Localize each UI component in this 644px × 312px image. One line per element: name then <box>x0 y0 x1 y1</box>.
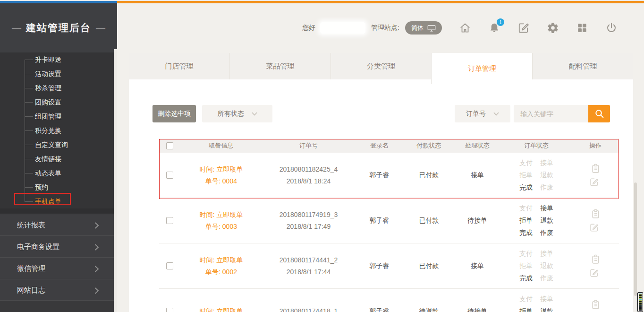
sidebar-subitem-8[interactable]: 动态表单 <box>0 166 117 180</box>
tab-bar: 门店管理菜品管理分类管理订单管理配料管理 <box>129 53 633 84</box>
app-title: 建站管理后台 <box>26 21 91 35</box>
monitor-icon <box>427 25 436 32</box>
table-head-cell: 操作 <box>572 141 619 150</box>
title-dash-left: — <box>12 23 21 34</box>
row-checkbox[interactable] <box>166 308 173 312</box>
search-button[interactable] <box>588 105 610 122</box>
action-refund[interactable]: 退款 <box>540 217 553 225</box>
tab-3[interactable]: 订单管理 <box>431 53 532 84</box>
action-complete[interactable]: 完成 <box>519 274 533 283</box>
login-name: 郭子睿 <box>355 262 404 270</box>
action-pay: 支付 <box>519 250 533 258</box>
sidebar-item-2[interactable]: 微信管理 <box>0 257 117 279</box>
mini-scrollbar-thumb[interactable] <box>637 292 643 312</box>
pay-status: 待退款 <box>404 307 454 312</box>
action-complete[interactable]: 完成 <box>519 183 533 192</box>
tab-0[interactable]: 门店管理 <box>129 53 229 79</box>
action-reject: 拒单 <box>519 171 533 180</box>
sidebar-subitem-2[interactable]: 秒杀管理 <box>0 81 117 95</box>
sidebar-subitem-0[interactable]: 升卡即送 <box>0 52 117 67</box>
sidebar-subitem-10[interactable]: 手机点单 <box>0 194 117 208</box>
compose-button[interactable] <box>517 22 530 34</box>
status-filter-select[interactable]: 所有状态 <box>202 105 272 122</box>
table-head-cell: 订单状态 <box>501 141 572 150</box>
row-checkbox[interactable] <box>166 262 173 269</box>
order-date: 2018/8/1 18:24 <box>287 175 330 187</box>
tab-1[interactable]: 菜品管理 <box>229 53 330 79</box>
title-dash-right: — <box>96 23 105 34</box>
notifications-button[interactable]: 1 <box>488 22 500 34</box>
status-filter-value: 所有状态 <box>218 110 244 118</box>
chevron-right-icon <box>94 266 99 272</box>
sidebar-subitem-9[interactable]: 预约 <box>0 180 117 194</box>
top-header: 您好 管理站点: 简体 1 <box>117 3 644 52</box>
apps-button[interactable] <box>576 22 588 34</box>
sidebar-subitem-3[interactable]: 团购设置 <box>0 95 117 109</box>
notification-badge: 1 <box>497 18 504 26</box>
sidebar-subitem-4[interactable]: 组团管理 <box>0 109 117 123</box>
copy-order-icon[interactable] <box>591 254 601 264</box>
pay-status: 已付款 <box>404 171 454 180</box>
home-button[interactable] <box>459 22 471 34</box>
order-number: 20180801174418_1 <box>280 305 338 312</box>
action-reject: 拒单 <box>519 262 533 270</box>
compose-icon <box>517 22 530 34</box>
keyword-input[interactable] <box>514 105 588 122</box>
sidebar-subitem-label: 动态表单 <box>35 169 61 177</box>
edit-order-icon[interactable] <box>589 268 599 277</box>
sidebar-subitem-7[interactable]: 友情链接 <box>0 152 117 166</box>
sidebar-scrollbar[interactable] <box>114 49 117 312</box>
edit-order-icon[interactable] <box>589 222 599 232</box>
copy-order-icon[interactable] <box>591 164 601 173</box>
select-all-checkbox[interactable] <box>166 142 173 149</box>
action-accept: 接单 <box>540 295 553 303</box>
manage-site-label: 管理站点: <box>371 24 399 32</box>
sidebar-subitem-5[interactable]: 积分兑换 <box>0 123 117 138</box>
sidebar-item-3[interactable]: 网站日志 <box>0 279 117 301</box>
tab-2[interactable]: 分类管理 <box>330 53 432 79</box>
row-checkbox[interactable] <box>166 172 173 179</box>
action-void[interactable]: 作废 <box>540 229 553 237</box>
tab-4[interactable]: 配料管理 <box>532 53 633 79</box>
sidebar-submenu: 升卡即送活动设置秒杀管理团购设置组团管理积分兑换自定义查询友情链接动态表单预约手… <box>0 52 117 208</box>
login-name: 郭子睿 <box>355 307 404 312</box>
language-site-button[interactable]: 简体 <box>405 21 442 35</box>
search-field-value: 订单号 <box>466 110 486 118</box>
action-accept[interactable]: 接单 <box>540 204 553 213</box>
action-accept: 接单 <box>540 250 553 258</box>
sidebar-subitem-label: 自定义查询 <box>35 141 68 148</box>
action-complete[interactable]: 完成 <box>519 229 533 237</box>
content-scrollbar-thumb[interactable] <box>634 182 637 296</box>
sidebar-item-0[interactable]: 统计报表 <box>0 214 117 235</box>
table-body: 时间: 立即取单单号: 000420180801182425_42018/8/1… <box>159 153 619 312</box>
row-checkbox[interactable] <box>166 217 173 224</box>
copy-order-icon[interactable] <box>591 209 601 219</box>
user-name-redacted <box>320 22 365 34</box>
process-status: 接单 <box>454 171 501 180</box>
delete-selected-button[interactable]: 删除选中项 <box>153 105 196 122</box>
action-reject[interactable]: 拒单 <box>519 307 533 312</box>
table-head-select <box>159 142 180 149</box>
copy-order-icon[interactable] <box>591 300 601 310</box>
sidebar-subitem-6[interactable]: 自定义查询 <box>0 138 117 152</box>
logout-button[interactable] <box>605 22 618 34</box>
settings-button[interactable] <box>547 22 559 34</box>
power-icon <box>605 22 618 34</box>
sidebar-subitem-1[interactable]: 活动设置 <box>0 67 117 81</box>
search-field-select[interactable]: 订单号 <box>455 105 510 122</box>
table-head-cell: 登录名 <box>355 141 404 150</box>
admin-backend-page: — 建站管理后台 — 升卡即送活动设置秒杀管理团购设置组团管理积分兑换自定义查询… <box>0 0 644 312</box>
sidebar-subitem-label: 团购设置 <box>35 98 61 106</box>
sidebar-item-1[interactable]: 电子商务设置 <box>0 235 117 257</box>
action-refund[interactable]: 退款 <box>540 307 553 312</box>
table-head-cell: 付款状态 <box>404 141 454 150</box>
edit-order-icon[interactable] <box>589 177 599 187</box>
grid-icon <box>576 22 588 34</box>
sidebar-item-label: 统计报表 <box>0 214 117 235</box>
table-row: 时间: 立即取单单号: 000220180801174441_22018/8/1… <box>159 243 619 289</box>
pickup-time: 时间: 立即取单 <box>200 164 243 175</box>
action-void: 作废 <box>540 274 553 283</box>
sidebar-subitem-label: 积分兑换 <box>35 127 61 134</box>
pickup-no: 单号: 0002 <box>205 266 237 278</box>
action-reject[interactable]: 拒单 <box>519 217 533 225</box>
